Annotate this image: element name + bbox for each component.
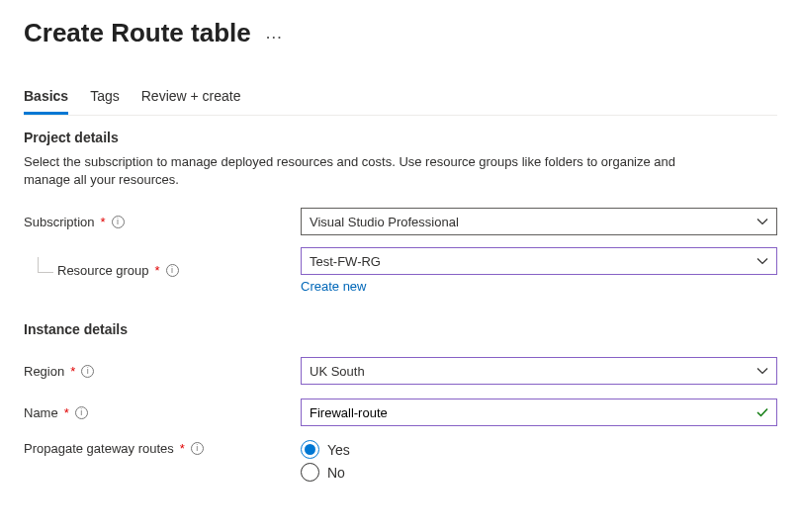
tab-tags[interactable]: Tags bbox=[90, 82, 120, 115]
subscription-value: Visual Studio Professional bbox=[310, 215, 459, 229]
more-menu-icon[interactable]: … bbox=[265, 23, 284, 44]
chevron-down-icon bbox=[756, 216, 768, 227]
required-marker: * bbox=[180, 441, 185, 456]
propagate-radio-no[interactable]: No bbox=[301, 463, 777, 482]
required-marker: * bbox=[70, 364, 75, 379]
chevron-down-icon bbox=[756, 255, 768, 267]
propagate-radio-group: Yes No bbox=[301, 438, 777, 482]
propagate-radio-yes[interactable]: Yes bbox=[301, 440, 777, 459]
tab-basics[interactable]: Basics bbox=[24, 82, 68, 115]
propagate-label: Propagate gateway routes bbox=[24, 441, 174, 456]
subscription-label: Subscription bbox=[24, 215, 95, 229]
checkmark-icon bbox=[756, 405, 769, 419]
radio-unselected-icon bbox=[301, 463, 319, 482]
region-label: Region bbox=[24, 364, 64, 379]
required-marker: * bbox=[64, 405, 69, 420]
name-input[interactable] bbox=[301, 399, 777, 426]
resource-group-select[interactable]: Test-FW-RG bbox=[301, 247, 777, 275]
resource-group-value: Test-FW-RG bbox=[310, 254, 381, 269]
instance-details-heading: Instance details bbox=[24, 321, 777, 337]
info-icon[interactable]: i bbox=[191, 442, 204, 455]
page-title: Create Route table bbox=[24, 18, 251, 48]
resource-group-label: Resource group bbox=[57, 263, 149, 278]
region-select[interactable]: UK South bbox=[301, 357, 777, 385]
tab-review-create[interactable]: Review + create bbox=[141, 82, 241, 115]
project-details-heading: Project details bbox=[24, 130, 777, 145]
create-new-link[interactable]: Create new bbox=[301, 279, 366, 294]
region-value: UK South bbox=[310, 364, 365, 379]
required-marker: * bbox=[155, 263, 160, 278]
chevron-down-icon bbox=[756, 365, 768, 377]
tree-connector-icon bbox=[38, 257, 53, 273]
subscription-select[interactable]: Visual Studio Professional bbox=[301, 208, 777, 235]
info-icon[interactable]: i bbox=[112, 216, 125, 228]
propagate-no-label: No bbox=[327, 465, 345, 481]
required-marker: * bbox=[101, 215, 106, 229]
name-label: Name bbox=[24, 405, 58, 420]
propagate-yes-label: Yes bbox=[327, 442, 350, 458]
info-icon[interactable]: i bbox=[166, 264, 179, 277]
info-icon[interactable]: i bbox=[81, 365, 94, 378]
radio-selected-icon bbox=[301, 440, 319, 459]
tab-bar: Basics Tags Review + create bbox=[24, 82, 777, 116]
info-icon[interactable]: i bbox=[75, 406, 88, 419]
project-details-description: Select the subscription to manage deploy… bbox=[24, 153, 716, 188]
